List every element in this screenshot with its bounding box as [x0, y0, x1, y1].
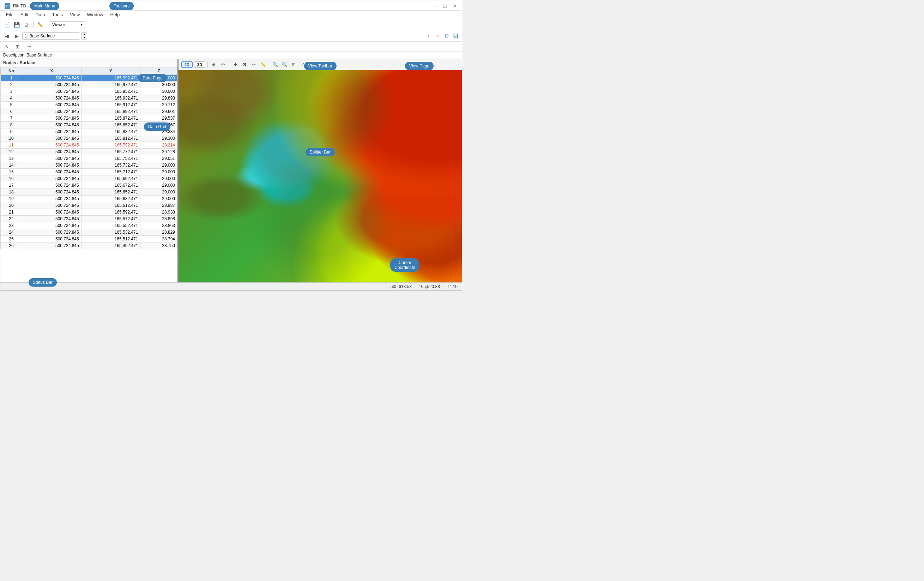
- cell-z: 28.863: [140, 222, 177, 229]
- cell-no: 23: [1, 222, 22, 229]
- cell-x: 500,724.845: [22, 155, 81, 162]
- description-label: Description: [3, 53, 24, 58]
- cell-x: 500,724.845: [22, 209, 81, 216]
- save-button[interactable]: 💾: [12, 20, 21, 29]
- back-button[interactable]: ◀: [2, 32, 11, 40]
- table-row[interactable]: 11500,724.845165,792.47129.214: [1, 142, 177, 149]
- vt-sep-1: [208, 61, 208, 68]
- cell-no: 7: [1, 115, 22, 122]
- cell-y: 165,932.471: [81, 95, 140, 102]
- btn-3d[interactable]: 3D: [194, 61, 205, 68]
- table-row[interactable]: 26500,724.845165,492.47128.750: [1, 242, 177, 249]
- eraser-btn[interactable]: ✏: [219, 61, 227, 68]
- cell-y: 165,892.471: [81, 108, 140, 115]
- annotation-toolbars: Toolbars: [109, 2, 134, 10]
- remove-point-btn[interactable]: ✖: [241, 61, 248, 68]
- table-row[interactable]: 20500,724.845165,612.47128.987: [1, 202, 177, 209]
- map-canvas[interactable]: Splitter Bar Cursor Coordinate: [178, 70, 462, 282]
- cell-x: 500,724.845: [22, 236, 81, 242]
- spinner-down[interactable]: ▼: [82, 36, 87, 40]
- table-row[interactable]: 6500,724.845165,892.47129.601: [1, 108, 177, 115]
- menu-data[interactable]: Data: [33, 11, 48, 18]
- table-row[interactable]: 25500,724.845165,512.47128.794: [1, 236, 177, 242]
- new-button[interactable]: 📄: [2, 20, 11, 29]
- cell-z: 28.750: [140, 242, 177, 249]
- table-view-button[interactable]: ⊞: [443, 32, 450, 40]
- edit-button[interactable]: ✏️: [36, 20, 45, 29]
- table-row[interactable]: 17500,724.845165,672.47129.000: [1, 182, 177, 189]
- forward-button[interactable]: ▶: [12, 32, 21, 40]
- chart-button[interactable]: 📊: [452, 32, 460, 40]
- zoom-in-btn[interactable]: 🔍: [271, 61, 279, 68]
- maximize-button[interactable]: □: [442, 3, 448, 9]
- menu-file[interactable]: File: [3, 11, 16, 18]
- main-window: R Rift TD - Surface.rft ─ □ ✕ Main Menu …: [0, 0, 462, 290]
- table-row[interactable]: 22500,724.845165,572.47128.898: [1, 216, 177, 222]
- table-row[interactable]: 4500,724.845165,932.47129.893: [1, 95, 177, 102]
- cell-y: 165,852.471: [81, 122, 140, 129]
- cell-y: 165,952.471: [81, 88, 140, 95]
- btn-2d[interactable]: 2D: [182, 61, 193, 68]
- spinner-up[interactable]: ▲: [82, 33, 87, 36]
- surface-btn[interactable]: ◈: [210, 61, 218, 68]
- graph-tool[interactable]: 〰: [24, 43, 32, 50]
- print-button[interactable]: 🖨: [22, 20, 31, 29]
- col-y: Y: [81, 68, 140, 75]
- annotation-data-grid: Data Grid: [144, 122, 170, 131]
- table-row[interactable]: 2500,724.845165,972.47130.000: [1, 81, 177, 88]
- measure-btn[interactable]: 📏: [259, 61, 267, 68]
- cell-z: 28.829: [140, 229, 177, 236]
- pointer-tool[interactable]: ↖: [3, 43, 11, 50]
- table-row[interactable]: 14500,724.845165,732.47129.000: [1, 162, 177, 169]
- table-row[interactable]: 16500,724.845165,692.47129.000: [1, 175, 177, 182]
- viewer-dropdown[interactable]: Viewer ▾: [50, 21, 85, 28]
- move-btn[interactable]: ⊹: [250, 61, 257, 68]
- close-button[interactable]: ✕: [452, 3, 458, 9]
- annotation-splitter-bar: Splitter Bar: [305, 148, 335, 156]
- cell-y: 165,812.471: [81, 135, 140, 142]
- cell-z: 29.300: [140, 135, 177, 142]
- table-row[interactable]: 24500,72?.845165,532.47128.829: [1, 229, 177, 236]
- cell-x: 500,724.845: [22, 81, 81, 88]
- minimize-button[interactable]: ─: [432, 3, 438, 9]
- menu-edit[interactable]: Edit: [18, 11, 31, 18]
- menu-tools[interactable]: Tools: [50, 11, 66, 18]
- menu-view[interactable]: View: [67, 11, 82, 18]
- table-row[interactable]: 12500,724.845165,772.47129.128: [1, 149, 177, 155]
- vt-sep-2: [229, 61, 229, 68]
- table-row[interactable]: 3500,724.845165,952.47130.000: [1, 88, 177, 95]
- cell-x: 500,724.845: [22, 195, 81, 202]
- tool-row: ↖ ⊞ 〰: [0, 41, 462, 51]
- cell-no: 16: [1, 175, 22, 182]
- zoom-out-btn[interactable]: 🔍: [280, 61, 288, 68]
- dropdown-arrow: ▾: [81, 23, 82, 26]
- add-button[interactable]: +: [424, 32, 432, 40]
- table-row[interactable]: 19500,724.845165,632.47129.000: [1, 195, 177, 202]
- add-point-btn[interactable]: ✚: [231, 61, 239, 68]
- table-row[interactable]: 7500,724.845165,872.47129.537: [1, 115, 177, 122]
- cell-z: 29.000: [140, 175, 177, 182]
- remove-button[interactable]: ×: [434, 32, 441, 40]
- zoom-box-btn[interactable]: ⊡: [290, 61, 297, 68]
- view-toolbar: 2D 3D ◈ ✏ ✚ ✖ ⊹ 📏 🔍 🔍 ⊡ ⤢ ↺ ⚙ ↗: [178, 59, 462, 70]
- table-row[interactable]: 18500,724.845165,652.47129.000: [1, 189, 177, 195]
- cell-no: 2: [1, 81, 22, 88]
- table-row[interactable]: 15500,724.845165,712.47129.000: [1, 169, 177, 175]
- select-tool[interactable]: ⊞: [14, 43, 21, 50]
- table-row[interactable]: 23500,724.845165,552.47128.863: [1, 222, 177, 229]
- table-row[interactable]: 13500,724.845165,752.47129.051: [1, 155, 177, 162]
- cell-z: 29.128: [140, 149, 177, 155]
- left-panel: Nodes / Surface No X Y Z 1500,724.845165…: [0, 59, 178, 282]
- cell-z: 29.000: [140, 189, 177, 195]
- table-row[interactable]: 21500,724.845165,592.47128.933: [1, 209, 177, 216]
- table-row[interactable]: 5500,724.845165,912.47129.712: [1, 102, 177, 108]
- cell-y: 165,772.471: [81, 149, 140, 155]
- table-row[interactable]: 10500,724.845165,812.47129.300: [1, 135, 177, 142]
- nav-spinner[interactable]: ▲ ▼: [81, 32, 87, 40]
- menu-help[interactable]: Help: [107, 11, 122, 18]
- nav-input[interactable]: [22, 33, 80, 40]
- cell-no: 14: [1, 162, 22, 169]
- menu-window[interactable]: Window: [84, 11, 106, 18]
- cell-z: 29.537: [140, 115, 177, 122]
- data-table-wrapper[interactable]: No X Y Z 1500,724.845165,992.47130.00025…: [0, 67, 177, 282]
